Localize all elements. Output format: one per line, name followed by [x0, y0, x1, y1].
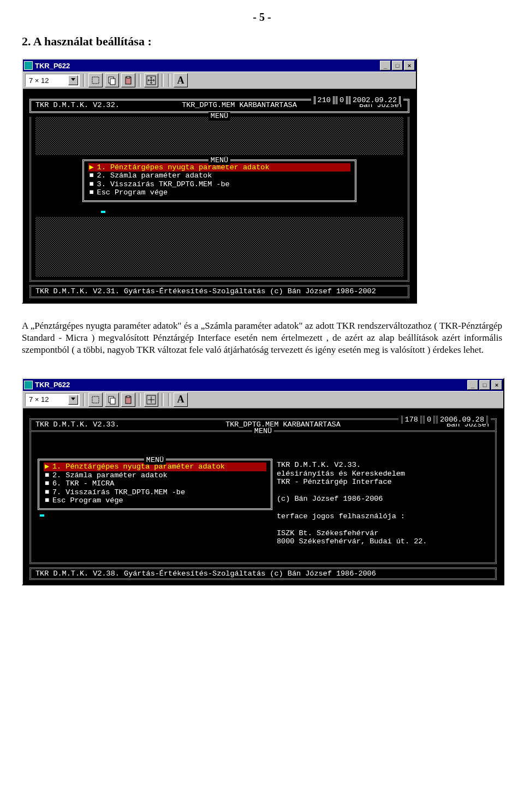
pointer-icon: ▶	[88, 163, 95, 172]
bullet-icon: ■	[44, 471, 50, 480]
dos-menu: MENÜ ▶1. Pénztárgépes nyugta paraméter a…	[82, 159, 357, 202]
toolbar-separator	[83, 393, 85, 406]
menu-item-label: 2. Számla paraméter adatok	[95, 171, 351, 180]
toolbar-separator	[162, 74, 164, 87]
bullet-icon: ■	[88, 188, 95, 197]
toolbar-separator	[83, 74, 85, 87]
menu-title: MENÜ	[144, 456, 166, 465]
section-title: 2. A használat beállítása :	[22, 34, 502, 49]
move-icon[interactable]	[144, 73, 158, 87]
dos-body-box: MENÜ MENÜ ▶1. Pénztárgépes nyugta paramé…	[29, 431, 497, 564]
screen-title: TKR_DPTG.MEM KARBANTARTASA	[182, 101, 297, 110]
dos-fill-area	[35, 217, 403, 277]
paste-icon[interactable]	[121, 393, 135, 407]
menu-item-label: 6. TKR - MICRA	[50, 479, 266, 488]
status-mid: 0	[336, 96, 348, 105]
menu-item[interactable]: ■Esc Program vége	[88, 188, 351, 197]
menu-item[interactable]: ■2. Számla paraméter adatok	[44, 471, 266, 480]
window-title: TKR_P622	[35, 62, 380, 70]
dos-subheader-box: MENÜ MENÜ ▶1. Pénztárgépes nyugta paramé…	[29, 117, 409, 282]
status-left: 178	[401, 416, 422, 424]
menu-item[interactable]: ■7. Visszaírás TKR_DPTG.MEM -be	[44, 488, 266, 497]
status-right: 2006.09.28	[436, 416, 488, 424]
window-1: TKR_P622 _ □ × 7 × 12	[22, 58, 417, 304]
move-icon[interactable]	[144, 393, 158, 407]
menu-item-label: 3. Visszaírás TKR_DPTG.MEM -be	[95, 180, 351, 189]
app-version: TKR D.M.T.K. V2.33.	[35, 420, 120, 429]
dos-footer-box: TKR D.M.T.K. V2.38. Gyártás-Értékesítés-…	[29, 567, 497, 580]
info-line: 8000 Székesfehérvár, Budai út. 22.	[277, 537, 491, 546]
menu-item-label: Esc Program vége	[50, 496, 266, 505]
menu-item-label: 7. Visszaírás TKR_DPTG.MEM -be	[50, 488, 266, 497]
select-tool-icon[interactable]	[88, 73, 103, 87]
menu-title: MENÜ	[209, 156, 230, 165]
menu-item-label: 2. Számla paraméter adatok	[50, 471, 266, 480]
svg-rect-10	[127, 396, 130, 398]
close-button[interactable]: ×	[404, 61, 415, 70]
bullet-icon: ■	[44, 479, 50, 488]
paste-icon[interactable]	[121, 73, 135, 87]
footer-text: TKR D.M.T.K. V2.31. Gyártás-Értékesítés-…	[35, 287, 376, 295]
svg-rect-8	[110, 398, 115, 404]
font-size-select[interactable]: 7 × 12	[25, 393, 80, 406]
menu-item[interactable]: ■Esc Program vége	[44, 496, 266, 505]
toolbar-separator	[139, 74, 141, 87]
toolbar: 7 × 12 A	[23, 72, 416, 89]
toolbar: 7 × 12 A	[23, 391, 503, 408]
font-button[interactable]: A	[174, 393, 188, 407]
toolbar-separator	[139, 393, 141, 406]
minimize-button[interactable]: _	[467, 380, 478, 390]
dos-screen: 178 0 2006.09.28 TKR D.M.T.K. V2.33. TKR…	[23, 408, 503, 584]
titlebar[interactable]: TKR_P622 _ □ ×	[23, 60, 416, 72]
maximize-button[interactable]: □	[479, 380, 490, 390]
copy-icon[interactable]	[105, 393, 119, 407]
menu-item[interactable]: ■2. Számla paraméter adatok	[88, 171, 351, 180]
app-version: TKR D.M.T.K. V2.32.	[35, 101, 120, 110]
window-2: TKR_P622 _ □ × 7 × 12	[22, 378, 504, 585]
info-line: TKR - Pénztárgép Interface	[277, 478, 491, 487]
footer-text: TKR D.M.T.K. V2.38. Gyártás-Értékesítés-…	[35, 570, 376, 578]
info-panel: TKR D.M.T.K. V2.33.elésirányítás és Kere…	[272, 459, 495, 548]
info-line	[277, 487, 491, 495]
status-mid: 0	[423, 416, 435, 424]
cursor-icon	[40, 514, 44, 517]
select-tool-icon[interactable]	[88, 393, 103, 407]
body-paragraph: A „Pénztárgépes nyugta paraméter adatok"…	[22, 320, 502, 356]
font-size-select[interactable]: 7 × 12	[25, 74, 80, 87]
app-icon	[24, 61, 33, 70]
info-line: TKR D.M.T.K. V2.33.	[277, 461, 491, 470]
svg-rect-0	[92, 77, 99, 84]
page-number: - 5 -	[22, 11, 502, 23]
dos-fill-area	[35, 117, 403, 155]
font-size-value: 7 × 12	[29, 395, 49, 404]
font-size-value: 7 × 12	[29, 76, 49, 85]
minimize-button[interactable]: _	[380, 61, 391, 70]
copy-icon[interactable]	[105, 73, 119, 87]
subheader-label: MENÜ	[252, 427, 274, 436]
cursor-icon	[101, 211, 105, 213]
toolbar-separator	[168, 74, 170, 87]
bullet-icon: ■	[88, 180, 95, 189]
font-button[interactable]: A	[174, 73, 188, 87]
info-line	[277, 503, 491, 512]
bullet-icon: ■	[88, 171, 95, 180]
status-segment: 210 0 2002.09.22	[311, 96, 403, 105]
status-segment: 178 0 2006.09.28	[398, 416, 491, 424]
maximize-button[interactable]: □	[392, 61, 403, 70]
dos-menu: MENÜ ▶1. Pénztárgépes nyugta paraméter a…	[38, 459, 272, 510]
toolbar-separator	[162, 393, 164, 406]
titlebar[interactable]: TKR_P622 _ □ ×	[23, 379, 503, 391]
svg-rect-6	[92, 396, 99, 403]
menu-item[interactable]: ■3. Visszaírás TKR_DPTG.MEM -be	[88, 180, 351, 189]
bullet-icon: ■	[44, 496, 50, 505]
info-line: elésirányítás és Kereskedelem	[277, 470, 491, 478]
bullet-icon: ■	[44, 488, 50, 497]
dos-footer-box: TKR D.M.T.K. V2.31. Gyártás-Értékesítés-…	[29, 285, 409, 298]
subheader-label: MENÜ	[209, 112, 230, 121]
menu-item[interactable]: ■6. TKR - MICRA	[44, 479, 266, 488]
info-line	[277, 520, 491, 529]
close-button[interactable]: ×	[491, 380, 502, 390]
info-line: (c) Bán József 1986-2006	[277, 495, 491, 503]
info-line: terface jogos felhasználója :	[277, 512, 491, 521]
status-right: 2002.09.22	[349, 96, 401, 105]
